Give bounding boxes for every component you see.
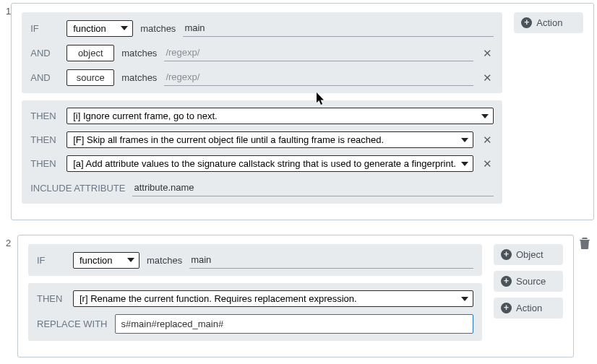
include-attribute-row: INCLUDE ATTRIBUTE (30, 179, 494, 196)
condition-row: IF function matches (30, 20, 494, 37)
actions-section: THEN [i] Ignore current frame, go to nex… (22, 100, 502, 204)
then-keyword: THEN (30, 110, 59, 121)
condition-keyword: AND (30, 48, 59, 58)
rule-number: 2 (6, 235, 17, 248)
rule-side-buttons: + Object + Source + Action (494, 244, 563, 348)
matches-label: matches (140, 23, 176, 34)
conditions-section: IF function matches AND object matches ✕… (22, 12, 502, 93)
remove-action-icon[interactable]: ✕ (481, 158, 494, 169)
remove-condition-icon[interactable]: ✕ (481, 48, 494, 58)
include-attribute-label: INCLUDE ATTRIBUTE (30, 183, 125, 194)
then-keyword: THEN (30, 158, 59, 169)
replace-with-row: REPLACE WITH (37, 314, 473, 334)
rule-side-buttons: + Action (514, 12, 583, 211)
condition-keyword: IF (30, 23, 59, 34)
then-keyword: THEN (30, 134, 59, 145)
condition-value-input[interactable] (183, 20, 494, 37)
add-action-label: Action (516, 303, 542, 313)
condition-keyword: AND (30, 72, 59, 83)
rule-card: IF function matches THEN [r] Rename the … (17, 235, 574, 358)
field-select[interactable]: function (73, 252, 139, 269)
then-keyword: THEN (37, 293, 66, 304)
condition-row: AND source matches ✕ (30, 69, 494, 86)
field-static[interactable]: source (66, 69, 114, 86)
rule-card: IF function matches AND object matches ✕… (11, 3, 594, 220)
add-action-button[interactable]: + Action (514, 12, 583, 33)
condition-keyword: IF (37, 255, 66, 266)
matches-label: matches (121, 72, 157, 83)
add-source-button[interactable]: + Source (494, 271, 563, 292)
rule-number: 1 (6, 3, 11, 17)
condition-row: AND object matches ✕ (30, 44, 494, 61)
then-row: THEN [F] Skip all frames in the current … (30, 131, 494, 148)
include-attribute-input[interactable] (132, 179, 494, 196)
field-select[interactable]: function (66, 20, 133, 37)
add-action-label: Action (536, 17, 562, 28)
rule-wrapper: 2 IF function matches THEN [r] Rename th… (6, 235, 591, 358)
remove-action-icon[interactable]: ✕ (481, 134, 494, 145)
field-static[interactable]: object (66, 45, 114, 61)
action-select[interactable]: [a] Add attribute values to the signatur… (66, 155, 473, 172)
add-source-label: Source (516, 276, 546, 287)
plus-circle-icon: + (521, 17, 532, 28)
delete-rule-icon[interactable] (580, 240, 590, 251)
add-object-label: Object (516, 249, 544, 260)
actions-section: THEN [r] Rename the current function. Re… (28, 283, 482, 341)
condition-row: IF function matches (37, 251, 473, 269)
add-action-button[interactable]: + Action (494, 298, 563, 318)
then-row: THEN [i] Ignore current frame, go to nex… (30, 108, 494, 124)
conditions-section: IF function matches (28, 244, 482, 276)
action-select[interactable]: [i] Ignore current frame, go to next. (66, 108, 494, 124)
condition-value-input[interactable] (189, 251, 473, 269)
action-select[interactable]: [r] Rename the current function. Require… (73, 290, 473, 307)
matches-label: matches (147, 255, 182, 266)
matches-label: matches (121, 48, 157, 58)
action-select[interactable]: [F] Skip all frames in the current objec… (66, 131, 473, 148)
replace-with-label: REPLACE WITH (37, 318, 108, 329)
condition-value-input[interactable] (164, 44, 473, 61)
then-row: THEN [a] Add attribute values to the sig… (30, 155, 494, 172)
plus-circle-icon: + (501, 303, 512, 313)
add-object-button[interactable]: + Object (494, 244, 563, 265)
plus-circle-icon: + (501, 249, 512, 260)
rule-wrapper: 1 IF function matches AND object matches… (6, 3, 591, 220)
condition-value-input[interactable] (164, 69, 473, 86)
plus-circle-icon: + (501, 276, 512, 287)
remove-condition-icon[interactable]: ✕ (481, 72, 494, 83)
replace-with-input[interactable] (115, 314, 473, 334)
then-row: THEN [r] Rename the current function. Re… (37, 290, 473, 307)
